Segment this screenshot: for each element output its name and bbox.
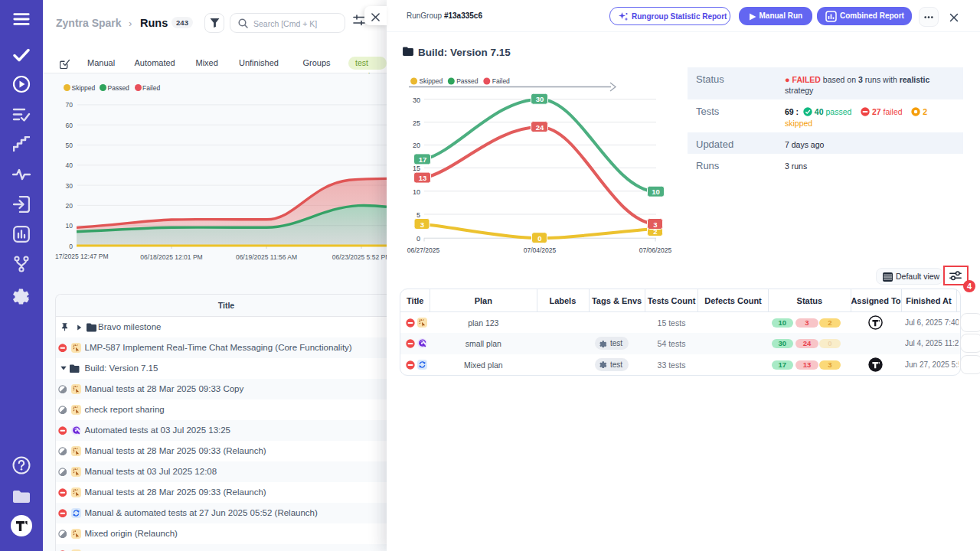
svg-text:Skipped: Skipped [72, 84, 96, 92]
svg-text:06/23/2025 5:52 PM: 06/23/2025 5:52 PM [332, 253, 387, 261]
svg-text:06/18/2025 12:01 PM: 06/18/2025 12:01 PM [140, 253, 202, 261]
svg-text:50: 50 [66, 142, 74, 149]
svg-text:70: 70 [66, 101, 74, 109]
svg-text:Passed: Passed [456, 77, 479, 85]
svg-text:40: 40 [66, 161, 74, 169]
svg-text:Failed: Failed [142, 84, 160, 92]
svg-text:07/04/2025: 07/04/2025 [524, 246, 557, 254]
svg-text:Failed: Failed [492, 77, 510, 85]
svg-text:0: 0 [416, 235, 420, 243]
svg-text:10: 10 [413, 188, 420, 196]
svg-text:06/19/2025 11:56 AM: 06/19/2025 11:56 AM [236, 253, 297, 261]
svg-text:07/06/2025: 07/06/2025 [639, 246, 672, 254]
svg-text:20: 20 [413, 142, 420, 149]
svg-text:17/2025 12:47 PM: 17/2025 12:47 PM [55, 253, 108, 260]
svg-text:20: 20 [66, 202, 74, 210]
svg-text:3: 3 [653, 220, 657, 229]
svg-text:30: 30 [536, 95, 544, 103]
svg-text:30: 30 [413, 96, 420, 104]
svg-text:0: 0 [69, 243, 73, 250]
svg-text:06/27/2025: 06/27/2025 [407, 246, 440, 254]
svg-text:13: 13 [419, 174, 427, 182]
svg-text:30: 30 [66, 182, 74, 190]
svg-text:17: 17 [419, 155, 427, 164]
svg-text:5: 5 [416, 211, 420, 219]
svg-text:0: 0 [537, 234, 541, 243]
svg-text:25: 25 [413, 119, 420, 127]
svg-text:Skipped: Skipped [419, 77, 443, 85]
svg-text:15: 15 [413, 165, 420, 172]
svg-text:Passed: Passed [108, 84, 130, 92]
svg-text:3: 3 [420, 220, 424, 229]
svg-text:24: 24 [536, 123, 544, 132]
svg-text:60: 60 [66, 122, 74, 129]
svg-text:10: 10 [66, 222, 74, 230]
svg-text:10: 10 [652, 187, 660, 196]
